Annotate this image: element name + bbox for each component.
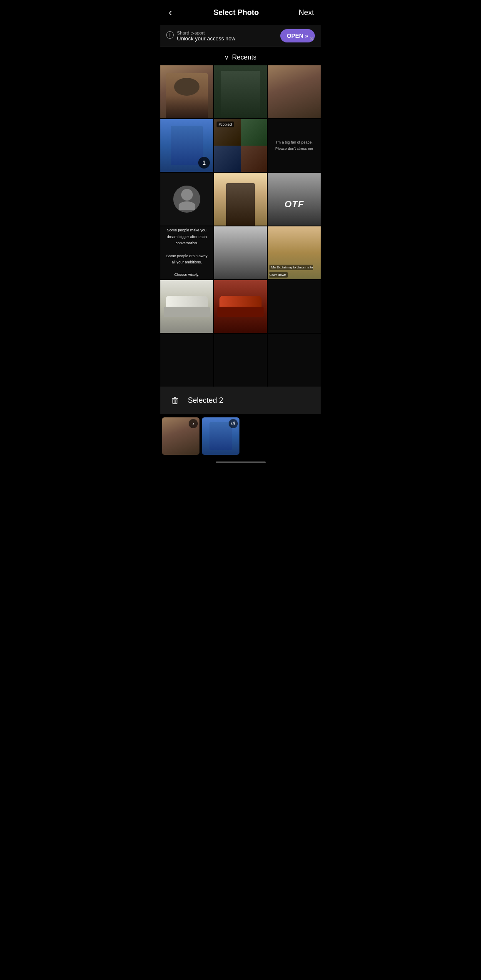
photo-cell[interactable] <box>268 65 321 118</box>
photo-cell[interactable]: #copied <box>214 119 267 172</box>
photo-cell[interactable]: I'm a big fan of peace. Please don't str… <box>268 119 321 172</box>
ad-text: Shard e-sport Unlock your access now <box>177 30 235 42</box>
selection-number-badge: 1 <box>198 157 210 169</box>
thumbnail-1[interactable]: › <box>162 417 199 455</box>
peace-text-overlay: I'm a big fan of peace. Please don't str… <box>268 119 321 172</box>
trash-button[interactable] <box>167 392 183 408</box>
ad-banner: i Shard e-sport Unlock your access now O… <box>160 25 321 47</box>
thumbnail-strip: › ↺ <box>160 414 321 458</box>
thumb-check-2: ↺ <box>229 419 238 428</box>
selected-count-label: Selected 2 <box>188 396 223 405</box>
photo-cell-selected-1[interactable]: 1 <box>160 119 213 172</box>
home-indicator <box>160 458 321 466</box>
svg-rect-0 <box>173 399 177 404</box>
photo-cell-car-white[interactable] <box>160 280 213 333</box>
next-button[interactable]: Next <box>299 8 314 17</box>
ad-content: i Shard e-sport Unlock your access now <box>166 30 280 42</box>
photo-cell-car-red[interactable] <box>214 280 267 333</box>
ad-title: Unlock your access now <box>177 35 235 42</box>
recents-header[interactable]: ∨ Recents <box>160 47 321 65</box>
thumb-check-1: › <box>189 419 198 428</box>
ad-info-icon: i <box>166 31 174 39</box>
header: ‹ Select Photo Next <box>160 0 321 25</box>
photo-cell-bw-woman[interactable] <box>214 226 267 279</box>
photo-grid: 1 #copied I'm a big fan of peace. Please… <box>160 65 321 387</box>
quote-text-overlay: Some people make you dream bigger after … <box>160 226 213 279</box>
photo-cell-dark-2[interactable] <box>160 334 213 387</box>
photo-cell-dark-4[interactable] <box>268 334 321 387</box>
silhouette-icon <box>160 173 213 226</box>
photo-cell-dark-3[interactable] <box>214 334 267 387</box>
photo-cell-crowd[interactable]: Me Explaining to Umunna to Calm down <box>268 226 321 279</box>
photo-cell-quote[interactable]: Some people make you dream bigger after … <box>160 226 213 279</box>
caption-overlay: Me Explaining to Umunna to Calm down <box>269 263 319 278</box>
recents-label: Recents <box>232 54 257 61</box>
selected-bar: Selected 2 <box>160 387 321 414</box>
photo-cell[interactable] <box>214 65 267 118</box>
photo-cell[interactable] <box>214 173 267 226</box>
photo-cell-dark-1[interactable] <box>268 280 321 333</box>
ad-close-button[interactable]: × <box>307 34 317 44</box>
photo-cell-silhouette[interactable] <box>160 173 213 226</box>
photo-cell-otf[interactable]: OTF <box>268 173 321 226</box>
thumbnail-2[interactable]: ↺ <box>202 417 239 455</box>
page-title: Select Photo <box>213 8 259 17</box>
copied-badge: #copied <box>217 122 234 127</box>
otf-text-overlay: OTF <box>284 199 304 210</box>
back-button[interactable]: ‹ <box>167 5 174 20</box>
ad-source: Shard e-sport <box>177 30 235 35</box>
photo-cell[interactable] <box>160 65 213 118</box>
chevron-down-icon: ∨ <box>224 54 229 61</box>
home-bar <box>216 461 266 463</box>
